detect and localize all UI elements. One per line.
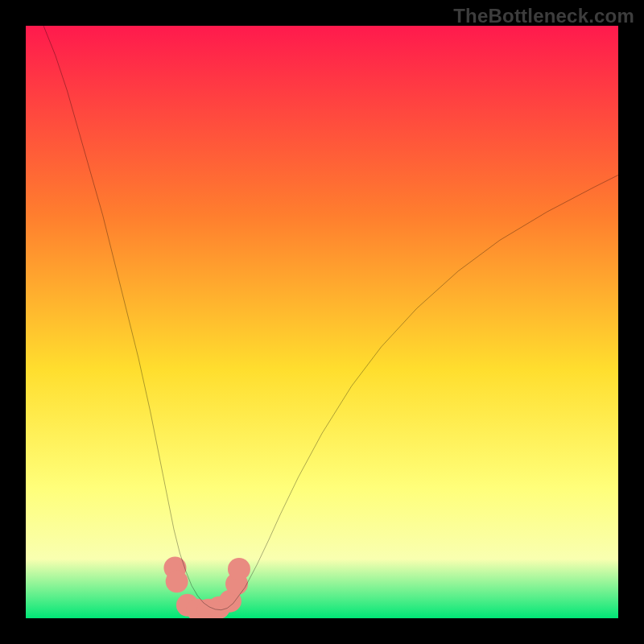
watermark-text: TheBottleneck.com bbox=[453, 5, 634, 27]
highlight-node bbox=[166, 570, 188, 592]
chart-frame: TheBottleneck.com bbox=[0, 0, 644, 644]
highlight-node bbox=[228, 558, 250, 580]
gradient-background bbox=[26, 26, 618, 618]
bottleneck-curve-chart bbox=[26, 26, 618, 618]
